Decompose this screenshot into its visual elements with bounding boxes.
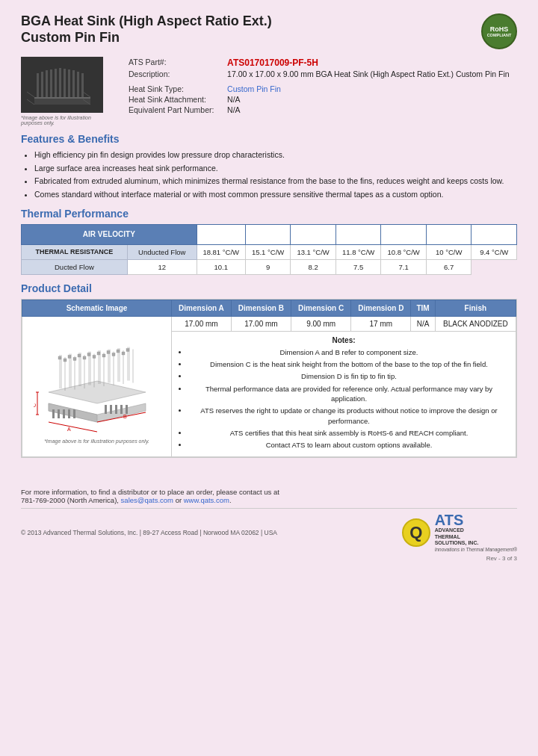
page-container: BGA Heat Sink (High Aspect Ratio Ext.) C… [0,0,538,569]
ats-logo: Q ATS ADVANCED THERMAL SOLUTIONS, INC. I… [402,512,517,551]
dim-col-header: TIM [411,300,435,316]
ats-sub-text: ADVANCED THERMAL SOLUTIONS, INC. [435,527,517,546]
svg-rect-10 [77,72,79,98]
svg-rect-71 [73,409,75,418]
svg-rect-55 [93,356,96,359]
svg-text:B: B [123,414,127,419]
attachment-label: Heat Sink Attachment: [126,94,224,105]
product-image-container: *Image above is for illustration purpose… [21,57,111,126]
svg-line-15 [27,99,34,105]
product-image [21,57,103,113]
schematic-svg: C A B [34,321,161,433]
description-value: 17.00 x 17.00 x 9.00 mm BGA Heat Sink (H… [224,69,517,79]
svg-rect-72 [105,405,107,414]
svg-rect-58 [122,352,125,355]
notes-cell: Notes: Dimension A and B refer to compon… [172,331,516,457]
page-title: BGA Heat Sink (High Aspect Ratio Ext.) C… [21,13,272,46]
dim-col-header: Dimension A [172,300,232,316]
svg-rect-46 [78,354,81,357]
svg-rect-9 [72,70,75,98]
svg-marker-19 [49,381,146,403]
feature-item: High efficiency pin fin design provides … [34,149,517,161]
ats-tagline: Innovations in Thermal Management® [435,547,517,552]
svg-rect-3 [46,70,48,98]
svg-rect-8 [68,69,70,98]
tim-value: N/A [411,316,435,331]
heatsink-svg [23,58,102,112]
heat-sink-type-label: Heat Sink Type: [126,84,224,94]
notes-list: Dimension A and B refer to component siz… [188,347,510,450]
svg-rect-5 [55,69,57,98]
equiv-part-label: Equivalent Part Number: [126,105,224,115]
schematic-image-cell: C A B *Image ab [22,316,172,457]
product-detail-title: Product Detail [21,282,517,294]
feature-item: Large surface area increases heat sink p… [34,163,517,174]
svg-rect-7 [64,69,66,98]
svg-rect-70 [68,409,70,418]
header: BGA Heat Sink (High Aspect Ratio Ext.) C… [21,13,517,49]
contact-text: For more information, to find a distribu… [21,488,279,496]
svg-rect-47 [87,353,90,356]
svg-rect-2 [41,72,43,98]
footer-contact: For more information, to find a distribu… [21,488,517,504]
svg-line-14 [83,92,90,97]
note-item: Thermal performance data are provided fo… [188,384,510,404]
attachment-value: N/A [224,94,517,105]
part-info-section: *Image above is for illustration purpose… [21,57,517,126]
svg-text:C: C [34,403,37,407]
svg-line-13 [27,92,34,97]
rohs-badge: RoHS COMPLIANT [481,13,517,49]
svg-line-63 [49,422,97,432]
part-details: ATS Part#: ATS017017009-PF-5H Descriptio… [126,57,517,126]
svg-rect-73 [110,405,112,414]
heat-sink-type-value: Custom Pin Fin [224,84,517,94]
features-title: Features & Benefits [21,133,517,145]
svg-rect-56 [102,354,105,357]
footer-bottom: © 2013 Advanced Thermal Solutions, Inc. … [21,508,517,551]
ats-q-icon: Q [402,518,430,547]
dim-b-value: 17.00 mm [231,316,291,331]
svg-rect-52 [64,359,67,362]
finish-value: BLACK ANODIZED [435,316,516,331]
email-join: or [176,496,182,504]
dim-a-value: 17.00 mm [172,316,232,331]
svg-rect-48 [97,352,100,355]
svg-rect-51 [126,349,129,352]
dim-col-header: Dimension B [231,300,291,316]
svg-text:A: A [67,427,71,432]
dim-c-value: 9.00 mm [291,316,351,331]
thermal-performance-table: AIR VELOCITY@200 LFM1.0 M/S@300 LFM1.5 M… [21,224,517,275]
dim-d-value: 17 mm [351,316,411,331]
rohs-compliant: COMPLIANT [487,33,512,37]
schematic-col-header: Schematic Image [22,300,172,316]
note-item: Dimension D is fin tip to fin tip. [188,371,510,381]
svg-rect-57 [112,353,115,356]
schematic-caption: *Image above is for illustration purpose… [26,439,167,444]
note-item: Contact ATS to learn about custom option… [188,440,510,450]
description-label: Description: [126,69,224,79]
svg-rect-67 [52,409,55,418]
svg-rect-54 [83,356,86,359]
ats-part-number: ATS017017009-PF-5H [224,57,517,69]
svg-rect-11 [81,73,84,98]
website-link[interactable]: www.qats.com [184,496,229,504]
svg-rect-6 [59,68,61,98]
schematic-image: C A B [31,320,162,436]
ats-part-label: ATS Part#: [126,57,224,69]
ats-main-text: ATS [435,512,517,527]
dim-col-header: Dimension D [351,300,411,316]
features-list: High efficiency pin fin design provides … [34,149,517,200]
phone-number: 781-769-2000 (North America), [21,496,119,504]
footer-copyright: © 2013 Advanced Thermal Solutions, Inc. … [21,529,277,536]
note-item: Dimension C is the heat sink height from… [188,359,510,369]
email-link[interactable]: sales@qats.com [121,496,173,504]
note-item: Dimension A and B refer to component siz… [188,347,510,357]
svg-rect-12 [34,97,90,99]
note-item: ATS certifies that this heat sink assemb… [188,428,510,438]
svg-rect-69 [63,409,65,418]
thermal-title: Thermal Performance [21,208,517,220]
svg-rect-1 [37,73,39,98]
feature-item: Comes standard without interface materia… [34,189,517,200]
part-details-table: ATS Part#: ATS017017009-PF-5H Descriptio… [126,57,517,115]
svg-rect-44 [58,356,61,359]
